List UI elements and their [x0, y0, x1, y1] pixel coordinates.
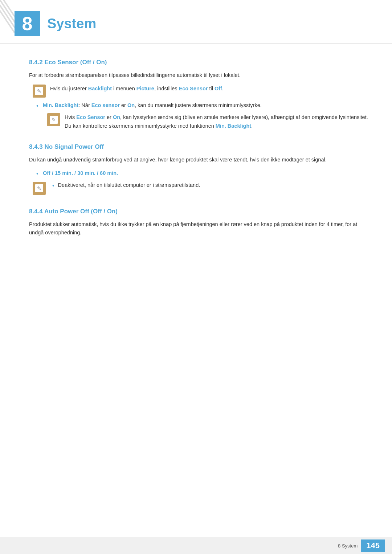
page-header: 8 System: [0, 0, 392, 44]
section-843-intro: Du kan undgå unødvendig strømforbrug ved…: [29, 156, 370, 164]
bullet-time-options: Off / 15 min. / 30 min. / 60 min.: [36, 169, 370, 177]
page-footer: 8 System 145: [0, 537, 392, 554]
svg-line-2: [4, 0, 15, 33]
bullet-on: On: [127, 102, 135, 108]
footer-label: 8 System: [338, 543, 358, 549]
note2-on: On: [113, 114, 120, 120]
note-icon-3: [33, 182, 46, 195]
section-842-note2: Hvis Eco Sensor er On, kan lysstyrken æn…: [47, 113, 370, 130]
note1-bold2: Picture: [136, 86, 154, 91]
section-843-heading: 8.4.3 No Signal Power Off: [29, 143, 370, 151]
chapter-number: 8: [22, 14, 33, 33]
section-843-nested-note: • Deaktiveret, når en tilsluttet compute…: [50, 181, 200, 190]
note1-bold3: Eco Sensor: [179, 86, 208, 91]
section-842-heading: 8.4.2 Eco Sensor (Off / On): [29, 59, 370, 66]
chapter-title: System: [47, 16, 96, 32]
diagonal-decoration: [0, 0, 15, 33]
section-842-intro: For at forbedre strømbesparelsen tilpass…: [29, 71, 370, 79]
section-842-note1: Hvis du justerer Backlight i menuen Pict…: [33, 85, 370, 98]
section-842-bullets: Min. Backlight: Når Eco sensor er On, ka…: [36, 101, 370, 110]
bullet-label-min-backlight: Min. Backlight: [43, 102, 78, 108]
note1-bold4: Off: [215, 86, 222, 91]
section-844: 8.4.4 Auto Power Off (Off / On) Produkte…: [29, 208, 370, 237]
footer-page-number: 145: [361, 539, 385, 552]
bullet-min-backlight: Min. Backlight: Når Eco sensor er On, ka…: [36, 101, 370, 110]
section-842-note1-text: Hvis du justerer Backlight i menuen Pict…: [50, 85, 370, 93]
section-842-note2-text: Hvis Eco Sensor er On, kan lysstyrken æn…: [65, 113, 370, 130]
section-844-intro: Produktet slukker automatisk, hvis du ik…: [29, 220, 370, 237]
section-843-bullets: Off / 15 min. / 30 min. / 60 min.: [36, 169, 370, 177]
section-843-note-row: • Deaktiveret, når en tilsluttet compute…: [33, 181, 370, 195]
note-icon-2: [47, 113, 60, 126]
main-content: 8.4.2 Eco Sensor (Off / On) For at forbe…: [0, 48, 392, 257]
time-options-text: Off / 15 min. / 30 min. / 60 min.: [43, 170, 118, 176]
note-icon-1: [33, 85, 46, 98]
section-843-note-text: Deaktiveret, når en tilsluttet computer …: [58, 181, 200, 189]
bullet-eco-sensor: Eco sensor: [91, 102, 120, 108]
section-842: 8.4.2 Eco Sensor (Off / On) For at forbe…: [29, 59, 370, 130]
note1-bold1: Backlight: [88, 86, 112, 91]
nested-bullet-dot: •: [52, 181, 54, 190]
section-843: 8.4.3 No Signal Power Off Du kan undgå u…: [29, 143, 370, 195]
note2-min-backlight: Min. Backlight: [216, 123, 251, 129]
note2-eco-sensor: Eco Sensor: [76, 114, 105, 120]
section-844-heading: 8.4.4 Auto Power Off (Off / On): [29, 208, 370, 215]
chapter-number-box: 8: [15, 11, 40, 36]
